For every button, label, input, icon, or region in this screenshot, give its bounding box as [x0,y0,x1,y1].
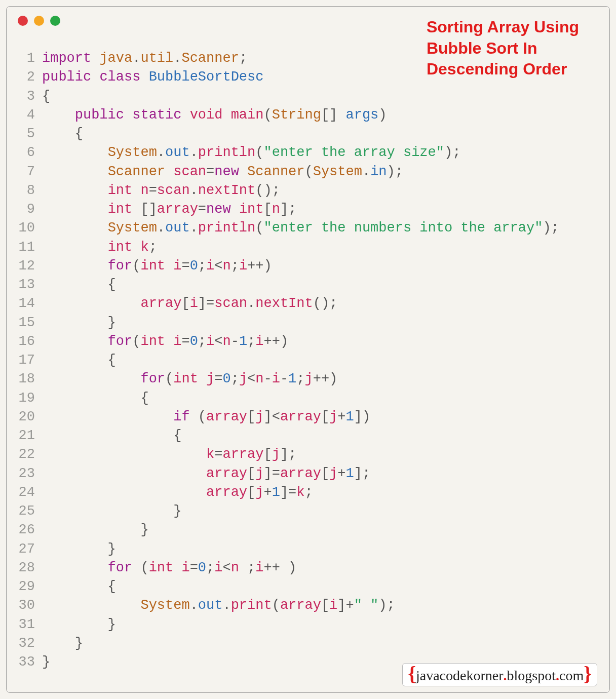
token-var: k [206,447,214,462]
token-pun: [ [181,296,189,311]
code-text: for(int i=0;i<n;i++) [42,257,599,276]
line-number: 4 [17,106,42,125]
token-pun: [ [321,466,329,481]
token-mth: main [231,107,264,123]
token-var: n [255,371,263,386]
token-cls: util [140,51,173,66]
line-number: 6 [17,143,42,162]
token-cls: System [108,145,157,160]
token-typ: int [149,560,174,575]
code-line: 9 int []array=new int[n]; [17,200,599,219]
token-pun [140,69,148,85]
token-pun: [ [247,466,255,481]
code-text: for(int j=0;j<n-i-1;j++) [42,370,599,389]
code-line: 30 System.out.print(array[i]+" "); [17,596,599,615]
token-typ: int [173,371,198,386]
token-var: i [206,334,214,349]
token-num: 0 [198,560,206,575]
token-cls: System [108,220,157,236]
token-var: j [329,409,337,424]
code-line: 18 for(int j=0;j<n-i-1;j++) [17,370,599,389]
token-pun [91,69,99,85]
code-text: Scanner scan=new Scanner(System.in); [42,163,599,181]
badge-text-2: blogspot [507,668,556,684]
token-pun [42,409,173,424]
code-line: 26 } [17,521,599,539]
token-cls: System [140,598,189,613]
badge-dot-2: . [556,668,559,684]
token-var: j [329,466,337,481]
token-num: 1 [239,334,247,349]
token-pun: + [263,485,272,500]
token-pun: - [231,334,239,349]
code-text: array[j+1]=k; [42,483,599,502]
line-number: 26 [17,521,42,539]
token-pun [42,296,140,311]
token-pun: . [362,164,370,179]
token-str: "enter the numbers into the array" [263,220,543,236]
code-text: array[j]=array[j+1]; [42,464,599,483]
token-pun: . [173,51,181,66]
token-pun: ( [263,107,272,123]
token-pun: { [42,277,116,292]
token-cls: Scanner [181,51,239,66]
token-num: 1 [272,485,280,500]
token-pun [42,107,75,123]
token-pun [165,258,173,274]
token-str: "enter the array size" [263,145,444,160]
code-text: for(int i=0;i<n-1;i++) [42,332,599,351]
token-typ: int [108,202,133,217]
token-pun: = [181,334,189,349]
token-pun: . [190,183,198,198]
token-pun: } [42,617,116,632]
token-cls: String [272,107,321,123]
code-text: { [42,389,599,408]
token-pun: = [214,371,222,386]
token-mth: nextInt [255,296,313,311]
token-pun [181,107,189,123]
token-pun: { [42,391,149,406]
token-pun: . [222,598,230,613]
token-pun: ( [132,334,140,349]
token-var: j [305,371,313,386]
token-kw: for [108,560,133,575]
code-line: 27 } [17,540,599,559]
maximize-icon[interactable] [50,16,60,26]
code-text: { [42,87,599,106]
token-var: array [280,598,321,613]
token-pun [42,598,140,613]
line-number: 17 [17,351,42,370]
line-number: 32 [17,634,42,653]
minimize-icon[interactable] [34,16,44,26]
token-pun: ( [132,258,140,274]
line-number: 1 [17,49,42,68]
code-area: 1import java.util.Scanner;2public class … [7,26,609,672]
token-var: n [222,334,230,349]
token-var: array [140,296,181,311]
code-text: } [42,521,599,539]
line-number: 15 [17,314,42,332]
code-text: } [42,502,599,521]
code-line: 32 } [17,634,599,653]
token-var: array [280,466,321,481]
token-num: 1 [346,409,354,424]
token-var: k [140,240,148,255]
token-pun: ]< [263,409,280,424]
code-line: 19 { [17,389,599,408]
code-text: public static void main(String[] args) [42,106,599,125]
token-pun: = [206,164,214,179]
close-icon[interactable] [18,16,28,26]
line-number: 14 [17,294,42,313]
token-pun: ]; [280,447,296,462]
token-pun [42,164,108,179]
code-line: 4 public static void main(String[] args) [17,106,599,125]
code-text: int k; [42,238,599,257]
token-pun: - [280,371,288,386]
token-pun: ]= [263,466,280,481]
code-line: 6 System.out.println("enter the array si… [17,143,599,162]
code-line: 29 { [17,577,599,596]
code-text: { [42,125,599,143]
token-var: n [140,183,148,198]
code-line: 22 k=array[j]; [17,445,599,464]
token-pun: ; [206,560,214,575]
